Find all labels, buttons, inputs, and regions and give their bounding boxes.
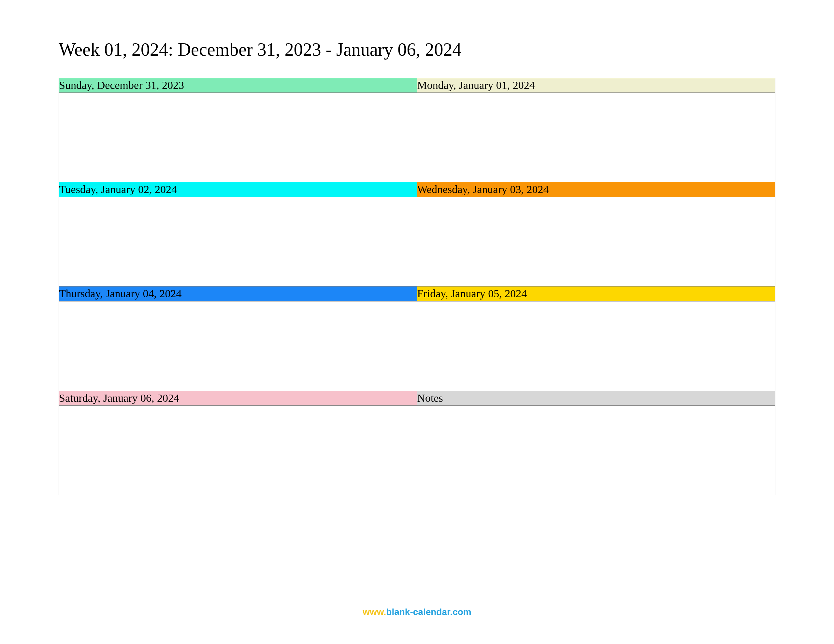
footer-domain: blank-calendar.com <box>386 607 471 617</box>
notes-header: Notes <box>417 391 775 405</box>
footer-link[interactable]: www.blank-calendar.com <box>0 607 834 617</box>
thursday-header: Thursday, January 04, 2024 <box>59 287 417 301</box>
weekly-calendar-page: Week 01, 2024: December 31, 2023 - Janua… <box>0 0 834 495</box>
tuesday-header: Tuesday, January 02, 2024 <box>59 182 417 197</box>
friday-body[interactable] <box>417 301 775 391</box>
sunday-header: Sunday, December 31, 2023 <box>59 78 417 93</box>
wednesday-header: Wednesday, January 03, 2024 <box>417 182 775 197</box>
thursday-body[interactable] <box>59 301 417 391</box>
monday-body[interactable] <box>417 93 775 182</box>
sunday-body[interactable] <box>59 93 417 182</box>
footer-prefix: www. <box>363 607 386 617</box>
saturday-body[interactable] <box>59 405 417 495</box>
calendar-grid: Sunday, December 31, 2023 Monday, Januar… <box>59 78 775 495</box>
friday-header: Friday, January 05, 2024 <box>417 287 775 301</box>
wednesday-body[interactable] <box>417 197 775 287</box>
notes-body[interactable] <box>417 405 775 495</box>
monday-header: Monday, January 01, 2024 <box>417 78 775 93</box>
saturday-header: Saturday, January 06, 2024 <box>59 391 417 405</box>
tuesday-body[interactable] <box>59 197 417 287</box>
page-title: Week 01, 2024: December 31, 2023 - Janua… <box>59 39 775 60</box>
